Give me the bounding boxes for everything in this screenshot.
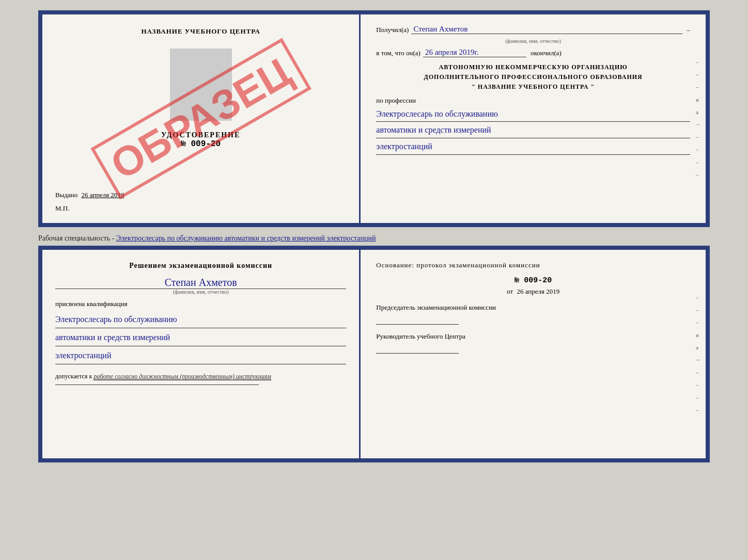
decision-label: Решением экзаменационной комиссии	[55, 260, 346, 271]
protocol-number: № 009-20	[376, 276, 690, 285]
top-doc-left: НАЗВАНИЕ УЧЕБНОГО ЦЕНТРА УДОСТОВЕРЕНИЕ №…	[42, 14, 361, 223]
qualification-line1: Электрослесарь по обслуживанию	[55, 311, 346, 328]
top-doc-right: Получил(а) Степан Ахметов – (фамилия, им…	[361, 14, 706, 223]
profession-line3: электростанций	[376, 139, 690, 155]
inthat-date: 26 апреля 2019г.	[423, 48, 526, 57]
allowed-label: допускается к	[55, 373, 92, 380]
mp-label: М.П.	[55, 204, 346, 213]
finished-label: окончил(а)	[531, 49, 562, 57]
side-marks-top: –––иа←––––	[696, 56, 702, 181]
inthat-row: в том, что он(а) 26 апреля 2019г. окончи…	[376, 48, 690, 57]
profession-line1: Электрослесарь по обслуживанию	[376, 107, 690, 122]
qualification-line3: электростанций	[55, 347, 346, 364]
received-row: Получил(а) Степан Ахметов –	[376, 25, 690, 34]
cert-label: УДОСТОВЕРЕНИЕ	[55, 131, 346, 139]
issued-line: Выдано 26 апреля 2019	[55, 186, 346, 199]
date-value: 26 апреля 2019	[517, 287, 559, 295]
protocol-date: от 26 апреля 2019	[376, 287, 690, 296]
issued-text: Выдано	[55, 191, 77, 199]
chairman-label: Председатель экзаменационной комиссии	[376, 303, 690, 312]
bottom-name-sub: (фамилия, имя, отчество)	[55, 289, 346, 295]
subtitle-start: Рабочая специальность -	[38, 234, 116, 242]
profession-label: по профессии	[376, 97, 690, 105]
received-name: Степан Ахметов	[411, 25, 682, 34]
side-marks-bottom: –––иа←––––	[696, 291, 702, 416]
allowed-row: допускается к работе согласно должностны…	[55, 373, 346, 380]
allowed-value: работе согласно должностным (производств…	[93, 373, 271, 380]
basis-title: Основание: протокол экзаменационной коми…	[376, 260, 690, 271]
subtitle-value: Электрослесарь по обслуживанию автоматик…	[116, 234, 376, 242]
director-label: Руководитель учебного Центра	[376, 332, 690, 341]
bottom-document: Решением экзаменационной комиссии Степан…	[38, 246, 710, 462]
date-prefix: от	[507, 287, 513, 295]
chairman-sig-line	[376, 314, 459, 325]
photo-placeholder	[170, 49, 232, 121]
bottom-doc-right: Основание: протокол экзаменационной коми…	[361, 250, 706, 458]
qualification-label: присвоена квалификация	[55, 300, 346, 308]
cert-number: № 009-20	[55, 139, 346, 149]
director-sig-line	[376, 343, 459, 354]
profession-line2: автоматики и средств измерений	[376, 123, 690, 138]
inthat-label: в том, что он(а)	[376, 49, 420, 57]
received-label: Получил(а)	[376, 26, 409, 34]
subtitle-line: Рабочая специальность - Электрослесарь п…	[38, 234, 710, 243]
top-document: НАЗВАНИЕ УЧЕБНОГО ЦЕНТРА УДОСТОВЕРЕНИЕ №…	[38, 10, 710, 227]
issued-date: 26 апреля 2019	[82, 191, 124, 199]
org-name: АВТОНОМНУЮ НЕКОММЕРЧЕСКУЮ ОРГАНИЗАЦИЮ ДО…	[376, 62, 690, 92]
bottom-name: Степан Ахметов	[55, 277, 346, 289]
school-title-top: НАЗВАНИЕ УЧЕБНОГО ЦЕНТРА	[55, 27, 346, 36]
sig-line-bottom-left	[55, 385, 259, 385]
bottom-doc-left: Решением экзаменационной комиссии Степан…	[42, 250, 361, 458]
qualification-line2: автоматики и средств измерений	[55, 329, 346, 346]
received-sub: (фамилия, имя, отчество)	[376, 38, 690, 44]
